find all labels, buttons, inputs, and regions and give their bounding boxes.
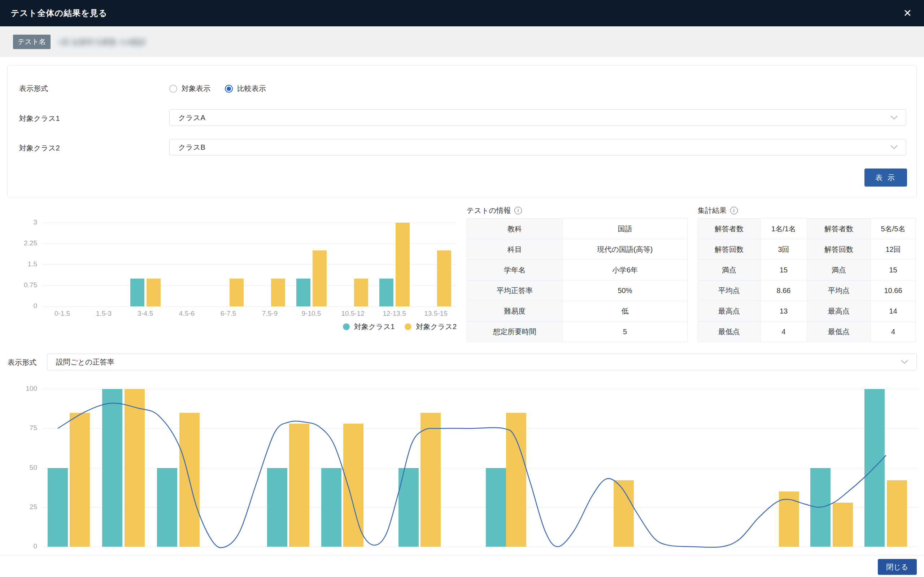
test-name-badge: テスト名 [13, 35, 50, 49]
question-select-value: 設問ごとの正答率 [56, 357, 114, 367]
summary-title: 集計結果 [698, 206, 738, 216]
hist-xtick: 1.5-3 [84, 309, 124, 318]
table-value-cell: 4 [871, 322, 915, 342]
hist-gridline [42, 243, 456, 244]
table-label-cell: 解答回数 [807, 239, 871, 259]
class1-label: 対象クラス1 [19, 114, 60, 123]
modal-header: テスト全体の結果を見る ✕ [0, 0, 924, 26]
table-label-cell: 教科 [467, 219, 562, 239]
hist-bar-class2 [147, 279, 161, 306]
table-label-cell: 学年名 [467, 260, 562, 280]
question-display-format-label: 表示形式 [8, 358, 37, 367]
table-value-cell: 4 [761, 322, 807, 342]
question-rate-chart: 0255075100 [0, 375, 924, 552]
hist-bar-class2 [395, 222, 410, 306]
hist-bar-class2 [271, 279, 285, 306]
test-results-modal: テスト全体の結果を見る ✕ テスト名 ○回 全国学力調査 小4国語 表示形式 対… [0, 0, 924, 577]
table-label-cell: 平均点 [807, 280, 871, 301]
hist-ytick: 0 [15, 302, 37, 310]
chevron-down-icon [889, 144, 899, 150]
hist-xtick: 13.5-15 [416, 309, 456, 318]
table-value-cell: 8.66 [761, 280, 807, 301]
table-value-cell: 3回 [761, 239, 807, 259]
radio-target-display[interactable]: 対象表示 [169, 84, 210, 93]
hist-xtick: 4.5-6 [167, 309, 207, 318]
table-label-cell: 最低点 [698, 322, 760, 342]
hist-gridline [42, 306, 456, 307]
table-label-cell: 想定所要時間 [467, 322, 562, 342]
test-name-blurred-text: ○回 全国学力調査 小4国語 [57, 37, 146, 47]
show-button[interactable]: 表 示 [864, 169, 907, 187]
display-settings-card: 表示形式 対象表示 比較表示 対象クラス1 クラスA 対象クラス2 クラスB [7, 65, 917, 197]
radio-compare-display[interactable]: 比較表示 [225, 84, 266, 93]
legend-label: 対象クラス2 [416, 322, 456, 332]
test-info-title: テストの情報 [467, 206, 522, 216]
display-format-label: 表示形式 [19, 84, 48, 93]
hist-gridline [42, 264, 456, 265]
table-label-cell: 満点 [698, 260, 760, 280]
hist-xtick: 0-1.5 [43, 309, 82, 318]
table-value-cell: 5名/5名 [871, 219, 915, 239]
info-icon[interactable] [730, 207, 738, 214]
hist-bar-class2 [437, 250, 451, 306]
close-icon[interactable]: ✕ [900, 0, 915, 26]
info-icon[interactable] [514, 207, 522, 214]
table-label-cell: 解答者数 [807, 219, 871, 239]
chevron-down-icon [900, 359, 909, 365]
legend-dot-teal [343, 323, 350, 330]
legend-item-class2: 対象クラス2 [405, 322, 456, 332]
summary-title-text: 集計結果 [698, 206, 727, 216]
hist-xtick: 9-10.5 [292, 309, 331, 318]
table-label-cell: 解答者数 [698, 219, 760, 239]
legend-item-class1: 対象クラス1 [343, 322, 395, 332]
test-info-table: 教科国語科目現代の国語(高等)学年名小学6年平均正答率50%難易度低想定所要時間… [467, 218, 688, 342]
hist-gridline [42, 222, 456, 223]
radio-label: 対象表示 [182, 84, 210, 93]
table-value-cell: 現代の国語(高等) [563, 239, 687, 259]
table-label-cell: 解答回数 [698, 239, 760, 259]
hist-xtick: 3-4.5 [126, 309, 165, 318]
hist-xtick: 7.5-9 [250, 309, 290, 318]
table-value-cell: 5 [563, 322, 687, 342]
chart-legend: 対象クラス1 対象クラス2 [343, 322, 456, 332]
class2-select-value: クラスB [178, 143, 205, 152]
chevron-down-icon [889, 115, 899, 121]
table-label-cell: 満点 [807, 260, 871, 280]
legend-label: 対象クラス1 [354, 322, 395, 332]
table-label-cell: 平均点 [698, 280, 760, 301]
table-value-cell: 15 [871, 260, 915, 280]
hist-xtick: 6-7.5 [209, 309, 248, 318]
qchart-rate-line [0, 375, 924, 552]
table-value-cell: 13 [761, 301, 807, 321]
table-value-cell: 国語 [563, 219, 687, 239]
hist-bar-class2 [313, 250, 327, 306]
legend-dot-yellow [405, 323, 411, 330]
hist-xtick: 10.5-12 [333, 309, 373, 318]
table-value-cell: 14 [871, 301, 915, 321]
table-label-cell: 科目 [467, 239, 562, 259]
score-distribution-chart: 対象クラス1 対象クラス2 00.751.52.2530-1.51.5-33-4… [15, 216, 458, 340]
test-name-bar: テスト名 ○回 全国学力調査 小4国語 [0, 26, 924, 57]
table-value-cell: 15 [761, 260, 807, 280]
summary-table-class1: 解答者数1名/1名解答回数3回満点15平均点8.66最高点13最低点4 [698, 218, 807, 342]
table-label-cell: 難易度 [467, 301, 562, 321]
radio-icon [169, 85, 177, 93]
modal-title: テスト全体の結果を見る [11, 8, 107, 19]
class2-select[interactable]: クラスB [169, 139, 906, 156]
hist-gridline [42, 285, 456, 286]
hist-ytick: 1.5 [15, 260, 37, 268]
hist-ytick: 0.75 [15, 281, 37, 289]
close-button[interactable]: 閉じる [878, 559, 917, 575]
hist-bar-class2 [229, 279, 243, 306]
class2-label: 対象クラス2 [19, 143, 60, 153]
class1-select[interactable]: クラスA [169, 110, 906, 126]
hist-xtick: 12-13.5 [375, 309, 414, 318]
table-value-cell: 12回 [871, 239, 915, 259]
hist-ytick: 3 [15, 218, 37, 226]
hist-ytick: 2.25 [15, 239, 37, 247]
table-label-cell: 最高点 [698, 301, 760, 321]
table-label-cell: 平均正答率 [467, 280, 562, 301]
question-display-format-select[interactable]: 設問ごとの正答率 [47, 354, 917, 370]
table-label-cell: 最高点 [807, 301, 871, 321]
hist-bar-class1 [130, 279, 144, 306]
